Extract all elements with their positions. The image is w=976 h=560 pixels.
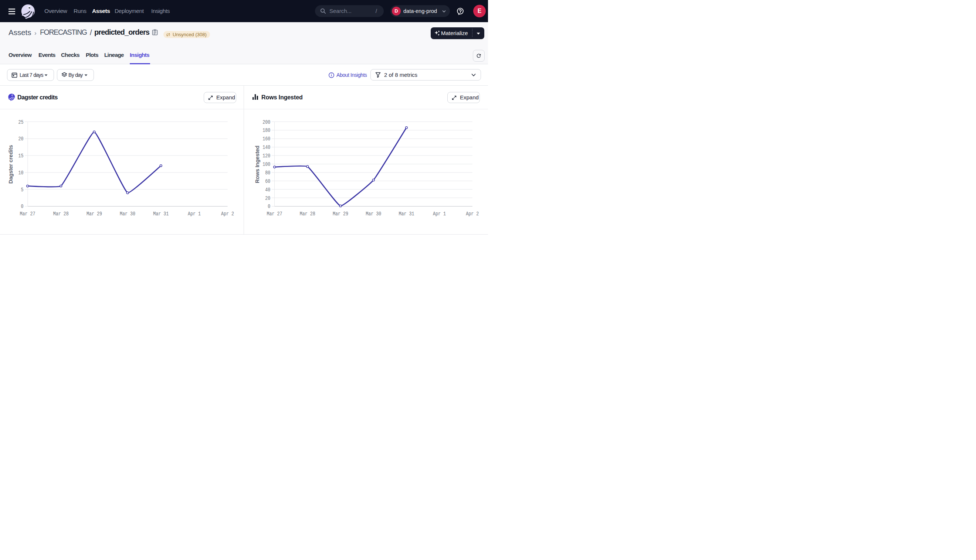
svg-text:Mar 31: Mar 31 bbox=[153, 211, 169, 217]
svg-text:140: 140 bbox=[262, 145, 270, 150]
svg-text:Mar 31: Mar 31 bbox=[399, 211, 414, 217]
svg-text:120: 120 bbox=[262, 153, 270, 159]
svg-text:20: 20 bbox=[265, 195, 270, 201]
svg-text:Dagster credits: Dagster credits bbox=[7, 145, 14, 184]
svg-text:Rows Ingested: Rows Ingested bbox=[254, 145, 260, 183]
svg-text:180: 180 bbox=[262, 127, 270, 133]
svg-text:Mar 27: Mar 27 bbox=[267, 211, 282, 217]
svg-text:Mar 28: Mar 28 bbox=[300, 211, 315, 217]
svg-text:200: 200 bbox=[262, 119, 270, 125]
svg-text:80: 80 bbox=[265, 170, 270, 176]
svg-text:Mar 28: Mar 28 bbox=[53, 211, 69, 217]
svg-text:100: 100 bbox=[262, 162, 270, 167]
svg-text:5: 5 bbox=[21, 187, 23, 193]
svg-text:Mar 27: Mar 27 bbox=[20, 211, 35, 217]
svg-text:Apr 1: Apr 1 bbox=[433, 211, 446, 217]
svg-text:Mar 30: Mar 30 bbox=[120, 211, 135, 217]
svg-text:Apr 1: Apr 1 bbox=[188, 211, 201, 217]
svg-text:Mar 29: Mar 29 bbox=[333, 211, 348, 217]
svg-text:60: 60 bbox=[265, 178, 270, 184]
svg-text:40: 40 bbox=[265, 187, 270, 193]
svg-text:10: 10 bbox=[18, 170, 23, 176]
svg-text:25: 25 bbox=[18, 119, 23, 125]
svg-text:0: 0 bbox=[21, 203, 23, 210]
svg-text:15: 15 bbox=[18, 153, 23, 159]
svg-text:20: 20 bbox=[18, 136, 23, 142]
svg-text:0: 0 bbox=[267, 203, 270, 210]
svg-text:Apr 2: Apr 2 bbox=[221, 211, 234, 217]
svg-text:Mar 30: Mar 30 bbox=[366, 211, 381, 217]
svg-text:Mar 29: Mar 29 bbox=[87, 211, 102, 217]
svg-text:160: 160 bbox=[262, 136, 270, 142]
svg-text:Apr 2: Apr 2 bbox=[466, 211, 479, 217]
